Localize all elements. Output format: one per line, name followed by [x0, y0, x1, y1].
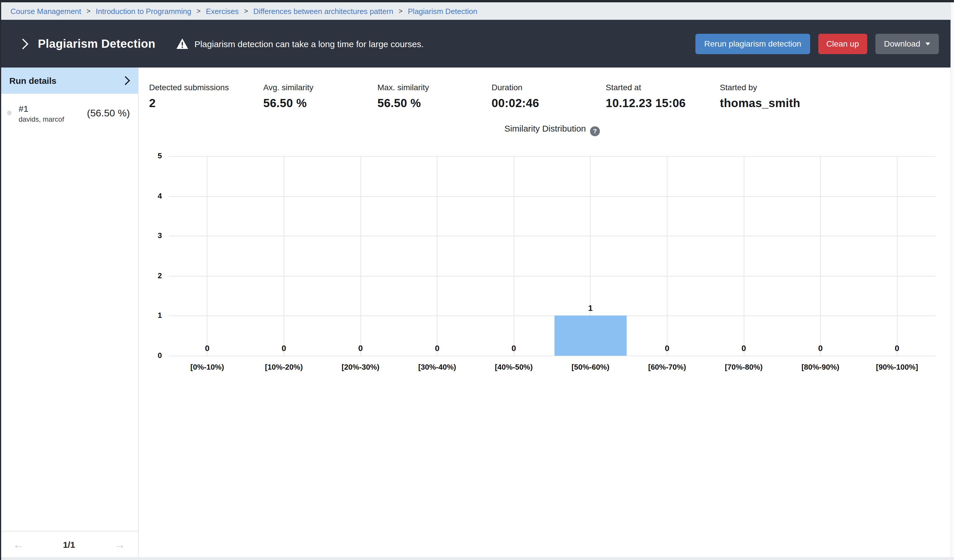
- chart-gridline-v: [513, 156, 514, 356]
- chart-title: Similarity Distribution?: [169, 123, 935, 136]
- stat-duration: Duration 00:02:46: [491, 82, 606, 110]
- chart-bar[interactable]: [555, 316, 627, 356]
- chart-data-label: 1: [588, 303, 593, 313]
- stat-started-at: Started at 10.12.23 15:06: [606, 82, 720, 110]
- chart-title-text: Similarity Distribution: [504, 123, 586, 133]
- main-content: Detected submissions 2 Avg. similarity 5…: [139, 67, 951, 557]
- chart-y-tick-label: 3: [135, 231, 162, 240]
- sidebar-pagination: ← 1/1 →: [0, 531, 138, 557]
- help-icon[interactable]: ?: [590, 126, 600, 136]
- breadcrumb-link-exercises[interactable]: Exercises: [206, 7, 239, 16]
- breadcrumb-link-course[interactable]: Introduction to Programming: [96, 7, 191, 16]
- run-list-item[interactable]: #1 davids, marcof (56.50 %): [0, 98, 138, 129]
- chart-x-tick-label: [0%-10%): [190, 362, 224, 372]
- chart-gridline-v: [896, 156, 897, 356]
- chart-x-tick-label: [70%-80%): [725, 362, 763, 372]
- chart-gridline-h: [169, 356, 935, 356]
- window-bottom-edge: [0, 557, 954, 560]
- run-details-label: Run details: [9, 76, 56, 86]
- chart-x-tick-label: [90%-100%]: [876, 362, 918, 372]
- chart-y-tick-label: 5: [135, 151, 162, 160]
- chart-x-tick-label: [10%-20%): [265, 362, 303, 372]
- next-page-arrow-icon[interactable]: →: [114, 539, 125, 550]
- stat-started-by: Started by thomas_smith: [720, 82, 834, 110]
- stat-avg-similarity: Avg. similarity 56.50 %: [263, 82, 377, 110]
- chart-x-tick-label: [40%-50%): [495, 362, 533, 372]
- plot-area: 012345[0%-10%)0[10%-20%)0[20%-30%)0[30%-…: [169, 156, 935, 356]
- run-similarity-value: (56.50 %): [87, 108, 130, 119]
- runs-sidebar: Run details #1 davids, marcof (56.50 %) …: [0, 67, 139, 557]
- stat-label: Duration: [491, 82, 606, 92]
- breadcrumb-separator-icon: >: [399, 7, 403, 15]
- warning-text: Plagiarism detection can take a long tim…: [195, 39, 424, 48]
- chart-data-label: 0: [282, 344, 286, 353]
- chart-gridline-v: [744, 156, 744, 356]
- stat-value: thomas_smith: [720, 96, 834, 110]
- chart-y-tick-label: 2: [135, 271, 162, 280]
- warning-triangle-icon: [176, 39, 188, 49]
- chart-y-tick-label: 4: [135, 191, 162, 200]
- stat-max-similarity: Max. similarity 56.50 %: [377, 82, 491, 110]
- breadcrumb-separator-icon: >: [244, 7, 248, 15]
- chart-data-label: 0: [818, 344, 823, 353]
- chart-data-label: 0: [512, 344, 516, 353]
- page-title: Plagiarism Detection: [38, 37, 156, 50]
- stat-label: Avg. similarity: [263, 82, 377, 92]
- chart-x-tick-label: [80%-90%): [801, 362, 839, 372]
- chart-gridline-v: [284, 156, 284, 356]
- chart-data-label: 0: [358, 344, 363, 353]
- chart-data-label: 0: [741, 344, 746, 353]
- chart-y-tick-label: 1: [135, 311, 162, 320]
- vertical-scrollbar[interactable]: [951, 2, 954, 557]
- clean-up-button[interactable]: Clean up: [818, 33, 867, 54]
- breadcrumb-separator-icon: >: [196, 7, 201, 15]
- chart-gridline-v: [820, 156, 821, 356]
- chart-gridline-v: [667, 156, 667, 356]
- run-id: #1: [19, 104, 64, 114]
- stat-value: 2: [149, 96, 263, 110]
- chevron-right-icon: [18, 39, 28, 49]
- chart-y-tick-label: 0: [135, 351, 162, 360]
- app-window: Course Management > Introduction to Prog…: [0, 0, 954, 560]
- breadcrumb: Course Management > Introduction to Prog…: [0, 2, 954, 20]
- breadcrumb-separator-icon: >: [86, 7, 90, 15]
- chart-data-label: 0: [895, 344, 899, 353]
- chart-x-tick-label: [50%-60%): [572, 362, 610, 372]
- stat-label: Started at: [606, 82, 720, 92]
- run-details-header[interactable]: Run details: [0, 67, 138, 94]
- rerun-plagiarism-detection-button[interactable]: Rerun plagiarism detection: [695, 33, 810, 54]
- chart-x-tick-label: [60%-70%): [648, 362, 686, 372]
- chart-x-tick-label: [20%-30%): [341, 362, 379, 372]
- stat-label: Max. similarity: [377, 82, 491, 92]
- stat-value: 10.12.23 15:06: [606, 96, 720, 110]
- previous-page-arrow-icon[interactable]: ←: [13, 539, 24, 550]
- run-stats-row: Detected submissions 2 Avg. similarity 5…: [139, 67, 951, 110]
- stat-value: 00:02:46: [491, 96, 606, 110]
- header-actions: Rerun plagiarism detection Clean up Down…: [695, 33, 939, 54]
- stat-label: Started by: [720, 82, 834, 92]
- breadcrumb-link-course-management[interactable]: Course Management: [11, 7, 81, 16]
- download-dropdown-button[interactable]: Download: [875, 33, 939, 54]
- warning-message: Plagiarism detection can take a long tim…: [176, 39, 424, 49]
- caret-down-icon: [926, 42, 930, 45]
- chart-gridline-v: [207, 156, 207, 356]
- page-header: Plagiarism Detection Plagiarism detectio…: [0, 20, 954, 67]
- chart-x-tick-label: [30%-40%): [418, 362, 456, 372]
- breadcrumb-link-plagiarism-detection[interactable]: Plagiarism Detection: [408, 7, 477, 16]
- chart-data-label: 0: [205, 344, 210, 353]
- chart-gridline-v: [360, 156, 361, 356]
- stat-label: Detected submissions: [149, 82, 263, 92]
- run-status-dot-icon: [7, 110, 12, 115]
- chart-data-label: 0: [435, 344, 440, 353]
- window-left-edge: [0, 0, 1, 560]
- chevron-right-icon: [121, 76, 130, 85]
- breadcrumb-link-exercise[interactable]: Differences between architectures patter…: [253, 7, 393, 16]
- stat-value: 56.50 %: [377, 96, 491, 110]
- download-label: Download: [884, 39, 920, 48]
- chart-gridline-v: [437, 156, 437, 356]
- page-indicator: 1/1: [63, 539, 75, 549]
- run-participants: davids, marcof: [19, 115, 64, 123]
- window-top-edge: [0, 0, 954, 2]
- stat-value: 56.50 %: [263, 96, 377, 110]
- stat-detected-submissions: Detected submissions 2: [149, 82, 263, 110]
